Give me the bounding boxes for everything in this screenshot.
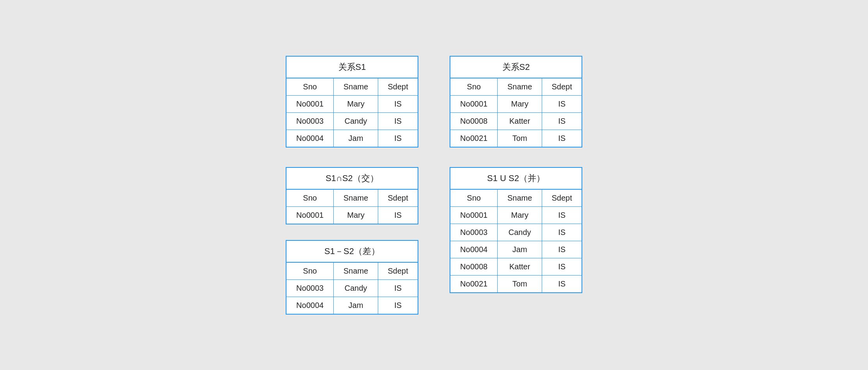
table-row: No0008KatterIS	[450, 112, 582, 130]
s1-header-sname: Sname	[334, 78, 378, 96]
diff-header-sname: Sname	[334, 262, 378, 280]
s1-header-sdept: Sdept	[378, 78, 418, 96]
table-cell: IS	[378, 95, 418, 112]
s2-header-sname: Sname	[498, 78, 542, 96]
table-cell: IS	[542, 275, 582, 293]
s2-header-sdept: Sdept	[542, 78, 582, 96]
intersect-header-sname: Sname	[334, 189, 378, 207]
table-cell: No0001	[450, 206, 498, 224]
s1-table: 关系S1 Sno Sname Sdept No0001MaryISNo0003C…	[286, 56, 418, 148]
table-cell: No0008	[450, 112, 498, 130]
table-cell: Tom	[498, 275, 542, 293]
table-cell: IS	[542, 241, 582, 258]
diff-header-sdept: Sdept	[378, 262, 418, 280]
s2-table: 关系S2 Sno Sname Sdept No0001MaryISNo0008K…	[450, 56, 582, 148]
table-cell: No0008	[450, 258, 498, 275]
table-cell: IS	[378, 130, 418, 147]
table-row: No0021TomIS	[450, 130, 582, 147]
table-cell: IS	[542, 112, 582, 130]
table-cell: Candy	[334, 112, 378, 130]
table-cell: No0001	[286, 95, 334, 112]
table-cell: IS	[542, 206, 582, 224]
table-row: No0003CandyIS	[450, 224, 582, 241]
table-row: No0001MaryIS	[286, 206, 418, 224]
bottom-left-section: S1∩S2（交） Sno Sname Sdept No0001MaryIS S1…	[286, 167, 418, 315]
union-header-sname: Sname	[498, 189, 542, 207]
table-row: No0021TomIS	[450, 275, 582, 293]
s1-title: 关系S1	[286, 56, 418, 78]
table-cell: IS	[378, 279, 418, 297]
table-row: No0001MaryIS	[286, 95, 418, 112]
intersect-table: S1∩S2（交） Sno Sname Sdept No0001MaryIS	[286, 167, 418, 224]
table-cell: Jam	[498, 241, 542, 258]
table-row: No0004JamIS	[450, 241, 582, 258]
table-cell: IS	[542, 130, 582, 147]
table-cell: Jam	[334, 130, 378, 147]
table-cell: IS	[542, 258, 582, 275]
table-cell: No0003	[286, 112, 334, 130]
table-cell: No0004	[286, 297, 334, 314]
table-cell: IS	[378, 297, 418, 314]
table-cell: IS	[542, 95, 582, 112]
table-cell: Tom	[498, 130, 542, 147]
table-cell: No0001	[286, 206, 334, 224]
union-section: S1 U S2（并） Sno Sname Sdept No0001MaryISN…	[450, 167, 582, 315]
union-title: S1 U S2（并）	[450, 167, 582, 189]
s2-section: 关系S2 Sno Sname Sdept No0001MaryISNo0008K…	[450, 56, 582, 148]
table-cell: No0004	[450, 241, 498, 258]
table-cell: IS	[542, 224, 582, 241]
table-cell: No0021	[450, 130, 498, 147]
intersect-header-sno: Sno	[286, 189, 334, 207]
table-cell: No0001	[450, 95, 498, 112]
table-cell: No0021	[450, 275, 498, 293]
table-cell: Mary	[498, 206, 542, 224]
table-row: No0004JamIS	[286, 130, 418, 147]
diff-title: S1－S2（差）	[286, 240, 418, 262]
table-cell: Candy	[498, 224, 542, 241]
table-cell: IS	[378, 112, 418, 130]
table-row: No0001MaryIS	[450, 95, 582, 112]
s1-section: 关系S1 Sno Sname Sdept No0001MaryISNo0003C…	[286, 56, 418, 148]
table-cell: No0003	[286, 279, 334, 297]
table-cell: Katter	[498, 112, 542, 130]
s1-header-sno: Sno	[286, 78, 334, 96]
table-cell: Mary	[498, 95, 542, 112]
table-cell: Katter	[498, 258, 542, 275]
intersect-title: S1∩S2（交）	[286, 167, 418, 189]
s2-title: 关系S2	[450, 56, 582, 78]
table-cell: IS	[378, 206, 418, 224]
table-row: No0001MaryIS	[450, 206, 582, 224]
table-row: No0008KatterIS	[450, 258, 582, 275]
intersect-header-sdept: Sdept	[378, 189, 418, 207]
table-cell: Mary	[334, 95, 378, 112]
union-header-sno: Sno	[450, 189, 498, 207]
table-row: No0003CandyIS	[286, 112, 418, 130]
table-cell: Candy	[334, 279, 378, 297]
table-row: No0003CandyIS	[286, 279, 418, 297]
table-cell: Jam	[334, 297, 378, 314]
table-row: No0004JamIS	[286, 297, 418, 314]
table-cell: No0004	[286, 130, 334, 147]
union-header-sdept: Sdept	[542, 189, 582, 207]
table-cell: Mary	[334, 206, 378, 224]
diff-table: S1－S2（差） Sno Sname Sdept No0003CandyISNo…	[286, 240, 418, 315]
table-cell: No0003	[450, 224, 498, 241]
page-container: 关系S1 Sno Sname Sdept No0001MaryISNo0003C…	[286, 56, 582, 315]
union-table: S1 U S2（并） Sno Sname Sdept No0001MaryISN…	[450, 167, 582, 293]
diff-header-sno: Sno	[286, 262, 334, 280]
s2-header-sno: Sno	[450, 78, 498, 96]
